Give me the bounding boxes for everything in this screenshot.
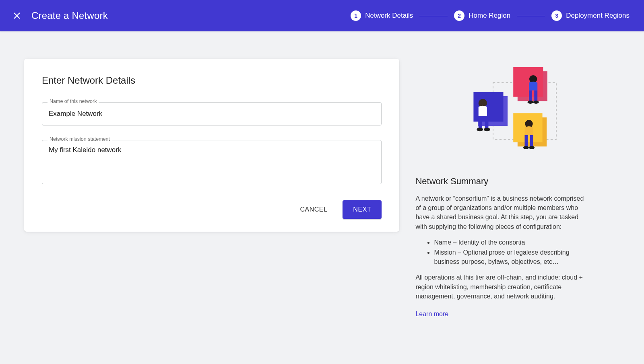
svg-point-17 xyxy=(528,101,533,104)
svg-point-18 xyxy=(533,101,539,104)
people-blocks-illustration xyxy=(415,59,588,163)
svg-rect-20 xyxy=(525,135,528,146)
main-content: Enter Network Details Name of this netwo… xyxy=(0,31,644,334)
svg-point-13 xyxy=(484,128,490,131)
cancel-button[interactable]: CANCEL xyxy=(297,202,330,217)
svg-point-23 xyxy=(529,146,535,149)
svg-point-12 xyxy=(477,128,483,131)
header-left: Create a Network xyxy=(11,10,108,21)
form-actions: CANCEL NEXT xyxy=(42,200,382,219)
list-item: Name – Identity of the consortia xyxy=(434,238,588,247)
svg-rect-16 xyxy=(535,90,538,101)
learn-more-link[interactable]: Learn more xyxy=(415,311,448,318)
mission-field-wrapper: Network mission statement xyxy=(42,140,382,186)
svg-rect-11 xyxy=(485,116,489,128)
svg-point-22 xyxy=(523,146,529,149)
next-button[interactable]: NEXT xyxy=(343,200,382,219)
summary-heading: Network Summary xyxy=(415,176,588,187)
step-badge: 2 xyxy=(454,10,464,21)
summary-sidebar: Network Summary A network or “consortium… xyxy=(415,59,588,318)
app-header: Create a Network 1 Network Details 2 Hom… xyxy=(0,0,644,31)
network-name-input[interactable] xyxy=(42,102,382,125)
network-name-field-wrapper: Name of this network xyxy=(42,102,382,125)
step-badge: 3 xyxy=(551,10,562,21)
step-connector xyxy=(419,16,448,16)
step-label: Network Details xyxy=(365,12,413,20)
step-label: Home Region xyxy=(469,12,510,20)
step-badge: 1 xyxy=(351,10,361,21)
step-deployment-regions[interactable]: 3 Deployment Regions xyxy=(551,10,630,21)
svg-rect-6 xyxy=(514,67,543,97)
network-name-label: Name of this network xyxy=(47,99,99,104)
svg-rect-10 xyxy=(479,116,482,128)
step-home-region[interactable]: 2 Home Region xyxy=(454,10,510,21)
summary-paragraph-2: All operations at this tier are off-chai… xyxy=(415,273,588,301)
step-connector xyxy=(517,16,545,16)
svg-rect-15 xyxy=(529,90,532,101)
svg-rect-21 xyxy=(530,135,533,146)
summary-bullet-list: Name – Identity of the consortia Mission… xyxy=(415,238,588,267)
list-item: Mission – Optional prose or legalese des… xyxy=(434,248,588,266)
summary-paragraph-1: A network or “consortium” is a business … xyxy=(415,194,588,231)
step-network-details[interactable]: 1 Network Details xyxy=(351,10,413,21)
page-title: Create a Network xyxy=(31,10,108,21)
close-icon[interactable] xyxy=(11,10,23,21)
card-heading: Enter Network Details xyxy=(42,75,382,86)
stepper: 1 Network Details 2 Home Region 3 Deploy… xyxy=(351,10,633,21)
network-details-card: Enter Network Details Name of this netwo… xyxy=(24,59,399,232)
mission-textarea[interactable] xyxy=(42,140,382,184)
step-label: Deployment Regions xyxy=(566,12,630,20)
mission-label: Network mission statement xyxy=(47,136,112,142)
